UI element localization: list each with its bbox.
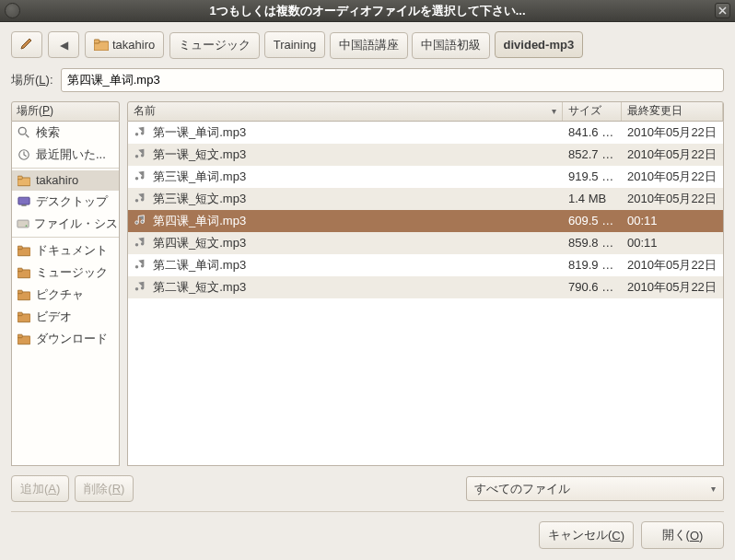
chevron-left-icon: ◀ [60,39,68,52]
column-header-date[interactable]: 最終変更日 [622,102,723,121]
places-item[interactable]: 最近開いた... [12,144,119,166]
places-item-label: デスクトップ [36,193,108,210]
places-item[interactable]: 検索 [12,122,119,144]
places-item[interactable]: ドキュメント [12,239,119,262]
folder-icon [17,287,31,302]
breadcrumb-segment[interactable]: 中国語初級 [412,32,490,59]
places-item[interactable]: ミュージック [12,262,119,284]
places-item[interactable]: takahiro [12,170,119,191]
places-item[interactable]: ピクチャ [12,284,119,306]
file-row[interactable]: 第二课_短文.mp3790.6 KB2010年05月22日 [128,276,723,298]
file-name: 第二课_短文.mp3 [153,279,246,296]
svg-point-10 [26,225,28,227]
split-panes: 場所(P) 検索最近開いた...takahiroデスクトップファイル・シス...… [11,101,724,467]
file-name: 第四课_短文.mp3 [153,235,246,251]
breadcrumb-back-button[interactable]: ◀ [48,31,79,58]
window-close-button[interactable] [5,3,20,18]
places-item-label: takahiro [36,173,78,187]
svg-rect-9 [18,220,29,228]
file-date: 00:11 [622,214,723,228]
file-name: 第四课_单词.mp3 [153,213,246,229]
breadcrumb-home-label: takahiro [112,38,155,52]
svg-rect-7 [18,197,29,204]
breadcrumb-segment[interactable]: ミュージック [169,32,260,59]
remove-place-button[interactable]: 削除(R) [75,475,134,502]
bottom-controls-row: 追加(A) 削除(R) すべてのファイル ▾ [11,475,724,502]
places-item-label: ドキュメント [36,242,108,259]
breadcrumb-segment[interactable]: divided-mp3 [495,31,584,58]
file-size: 1.4 MB [563,192,622,205]
column-header-name[interactable]: 名前 ▾ [128,102,563,121]
sort-arrow-icon: ▾ [552,106,556,116]
file-row[interactable]: 第四课_单词.mp3609.5 KB00:11 [128,210,723,232]
file-type-filter[interactable]: すべてのファイル ▾ [466,476,724,501]
svg-rect-16 [18,290,22,294]
svg-rect-18 [18,312,22,316]
file-size: 841.6 KB [563,125,622,139]
file-name: 第二课_单词.mp3 [153,257,246,274]
file-row[interactable]: 第一课_单词.mp3841.6 KB2010年05月22日 [128,122,723,144]
folder-icon [17,265,31,280]
title-bar: 1つもしくは複数のオーディオファイルを選択して下さい... [0,0,735,22]
open-button[interactable]: 開く(O) [641,521,724,549]
file-name: 第一课_短文.mp3 [153,146,246,163]
file-row[interactable]: 第二课_单词.mp3819.9 KB2010年05月22日 [128,254,723,276]
file-row[interactable]: 第三课_单词.mp3919.5 KB2010年05月22日 [128,166,723,188]
location-input[interactable] [61,68,724,92]
location-row: 場所(L): [11,68,724,92]
separator [11,511,724,512]
file-row[interactable]: 第四课_短文.mp3859.8 KB00:11 [128,232,723,254]
breadcrumb-home[interactable]: takahiro [85,31,164,58]
places-item[interactable]: ビデオ [12,306,119,328]
places-item[interactable]: ダウンロード [12,328,119,350]
places-item[interactable]: デスクトップ [12,191,119,213]
audio-file-icon [134,280,148,295]
file-list-pane: 名前 ▾ サイズ 最終変更日 第一课_单词.mp3841.6 KB2010年05… [127,101,724,467]
recent-icon [17,147,31,162]
folder-icon [17,309,31,324]
places-item-label: ピクチャ [36,286,84,303]
column-header-size[interactable]: サイズ [563,102,622,121]
svg-rect-6 [18,176,22,180]
path-toolbar: ◀ takahiro ミュージック Training 中国語講座 中国語初級 d… [11,31,724,59]
svg-rect-14 [18,268,22,272]
file-size: 790.6 KB [563,280,622,294]
file-size: 609.5 KB [563,214,622,228]
desktop-icon [17,194,31,209]
svg-rect-8 [21,204,26,206]
pencil-icon [19,36,34,53]
places-item-label: 検索 [36,124,60,141]
cancel-button[interactable]: キャンセル(C) [539,521,634,549]
places-pane: 場所(P) 検索最近開いた...takahiroデスクトップファイル・シス...… [11,101,120,467]
edit-path-toggle[interactable] [11,31,42,58]
audio-file-icon [134,147,148,162]
x-icon [718,6,727,15]
location-label: 場所(L): [11,72,53,88]
file-row[interactable]: 第一课_短文.mp3852.7 KB2010年05月22日 [128,144,723,166]
audio-file-icon [134,192,148,206]
svg-point-2 [18,127,26,134]
window-maximize-button[interactable] [715,3,730,18]
places-item-label: ダウンロード [36,331,108,347]
svg-rect-20 [18,334,22,338]
file-row[interactable]: 第三课_短文.mp31.4 MB2010年05月22日 [128,188,723,210]
breadcrumb-segment[interactable]: 中国語講座 [330,32,408,59]
add-place-button[interactable]: 追加(A) [11,475,69,502]
audio-file-icon [134,169,148,184]
file-date: 2010年05月22日 [622,169,723,185]
audio-file-icon [134,258,148,273]
file-date: 2010年05月22日 [622,279,723,296]
chevron-down-icon: ▾ [711,484,716,494]
file-name: 第三课_单词.mp3 [153,169,246,185]
places-header[interactable]: 場所(P) [11,101,120,122]
dialog-buttons: キャンセル(C) 開く(O) [11,521,724,549]
audio-file-icon [134,236,148,251]
breadcrumb-segment[interactable]: Training [264,31,325,58]
file-size: 859.8 KB [563,236,622,250]
svg-rect-1 [94,40,99,43]
search-icon [17,125,31,140]
home-icon [17,173,31,188]
audio-file-icon [134,214,148,228]
svg-rect-12 [18,246,22,250]
places-item[interactable]: ファイル・シス... [12,213,119,235]
